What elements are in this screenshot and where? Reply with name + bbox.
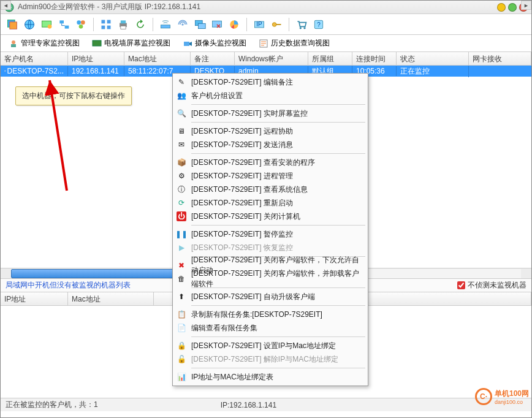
status-ip: IP:192.168.1.141 [221,401,276,409]
cell-status: 正在监控 [397,66,469,77]
tab-label: 历史数据查询视图 [271,38,330,48]
toolbar-router-icon[interactable] [159,18,172,31]
svg-text:IP: IP [256,21,262,28]
menu-process[interactable]: ⚙[DESKTOP-7S29EIT] 进程管理 [174,169,367,183]
tab-camera-view[interactable]: 摄像头监控视图 [177,36,252,51]
svg-text:?: ? [317,21,321,28]
tab-label: 电视墙屏幕监控视图 [104,38,170,48]
maximize-button[interactable] [508,3,517,12]
toolbar-globe-icon[interactable] [23,18,36,31]
users-icon: 👥 [177,91,186,101]
menu-bind-ip[interactable]: 🔒[DESKTOP-7S29EIT] 设置IP与Mac地址绑定 [174,339,367,352]
menu-group-settings[interactable]: 👥客户机分组设置 [174,89,367,102]
menu-sysinfo[interactable]: ⓘ[DESKTOP-7S29EIT] 查看系统信息 [174,183,367,196]
toolbar-screen-icon[interactable] [40,18,53,31]
window-title: Admin900企业网管软件 - 3用户试用版 IP:192.168.1.141 [18,2,497,12]
tab-expert-view[interactable]: 管理专家监控视图 [3,36,85,51]
toolbar-print-icon[interactable] [116,18,130,31]
menu-pause[interactable]: ❚❚[DESKTOP-7S29EIT] 暂停监控 [174,227,367,241]
svg-rect-7 [65,25,69,28]
menu-unbind-ip: 🔓[DESKTOP-7S29EIT] 解除IP与MAC地址绑定 [174,352,367,366]
toolbar-chart-icon[interactable] [227,18,241,31]
play-icon: ▶ [177,243,186,253]
detect-checkbox[interactable]: 不侦测未监视机器 [457,280,526,291]
menu-realtime-screen[interactable]: 🔍[DESKTOP-7S29EIT] 实时屏幕监控 [174,107,367,120]
svg-rect-2 [10,21,17,29]
tab-label: 管理专家监控视图 [21,38,80,48]
toolbar-pc2-icon[interactable] [210,18,224,31]
svg-rect-11 [102,20,105,23]
statusbar: 正在被监控的客户机，共：1 IP:192.168.1.141 [1,398,531,411]
hint-tooltip: 选中机器，可按下鼠标右键操作 [15,86,132,105]
watermark-sub: danji100.co [495,399,529,405]
th-client[interactable]: 客户机名 [1,52,68,65]
svg-rect-12 [107,20,111,23]
menu-remote-assist[interactable]: 🖥[DESKTOP-7S29EIT] 远程协助 [174,124,367,138]
svg-point-5 [48,25,52,29]
tab-history-view[interactable]: 历史数据查询视图 [253,36,335,51]
svg-point-8 [77,20,81,25]
menu-record-task[interactable]: 📋录制新有限任务集:[DESKTOP-7S29EIT] [174,308,367,321]
toolbar-cart-icon[interactable] [295,18,308,31]
toolbar-help-icon[interactable]: ? [312,18,325,31]
toolbar-ip-icon[interactable]: IP [253,18,266,31]
edit-task-icon: 📄 [177,323,186,333]
toolbar-pc1-icon[interactable] [193,18,207,31]
menu-send-msg[interactable]: ✉[DESKTOP-7S29EIT] 发送消息 [174,138,367,151]
expert-icon [9,39,18,48]
menu-bind-table[interactable]: 📊IP地址与MAC地址绑定表 [174,370,367,384]
menu-programs[interactable]: 📦[DESKTOP-7S29EIT] 查看安装的程序 [174,156,367,169]
minimize-button[interactable] [497,3,506,12]
th-winuser[interactable]: Windows帐户 [235,52,308,65]
th-nic[interactable]: 网卡接收 [469,52,531,65]
camera-icon [183,39,192,48]
th-status[interactable]: 状态 [397,52,469,65]
svg-rect-33 [11,44,16,47]
hint-text: 选中机器，可按下鼠标右键操作 [22,91,125,100]
checkbox-input[interactable] [457,281,465,289]
menu-restart[interactable]: ⟳[DESKTOP-7S29EIT] 重新启动 [174,196,367,210]
svg-point-19 [181,23,183,25]
status-count: 正在被监控的客户机，共：1 [6,400,98,410]
th-mac[interactable]: Mac地址 [124,52,191,65]
toolbar-grid-icon[interactable] [99,18,113,31]
menu-edit-note[interactable]: ✎[DESKTOP-7S29EIT] 编辑备注 [174,75,367,89]
th-conn[interactable]: 连接时间 [352,52,397,65]
svg-rect-17 [121,26,126,29]
menu-edit-task[interactable]: 📄编辑查看有限任务集 [174,321,367,335]
toolbar-cascade-icon[interactable] [6,18,19,31]
tab-tv-view[interactable]: 电视墙屏幕监控视图 [86,36,176,51]
svg-rect-35 [184,42,189,46]
view-tabs: 管理专家监控视图 电视墙屏幕监控视图 摄像头监控视图 历史数据查询视图 [1,35,531,52]
watermark-text: 单机100网 [495,389,529,399]
svg-point-28 [300,27,302,29]
monitor-icon [4,67,6,75]
th-group[interactable]: 所属组 [308,52,352,65]
lth-ip[interactable]: IP地址 [1,292,68,305]
titlebar: Admin900企业网管软件 - 3用户试用版 IP:192.168.1.141 [1,1,531,14]
lock-icon: 🔒 [177,341,186,351]
menu-shutdown[interactable]: ⏻[DESKTOP-7S29EIT] 关闭计算机 [174,210,367,223]
menu-close-uninstall[interactable]: 🗑[DESKTOP-7S29EIT] 关闭客户端软件，并卸载客户端软件 [174,272,367,286]
svg-rect-14 [107,25,111,29]
close-x-icon: ✖ [177,260,186,270]
lth-mac[interactable]: Mac地址 [68,292,154,305]
toolbar-broadcast-icon[interactable] [176,18,189,31]
th-note[interactable]: 备注 [191,52,235,65]
restart-icon: ⟳ [177,198,186,208]
svg-rect-27 [276,24,281,25]
toolbar-refresh-icon[interactable] [134,18,147,31]
info-icon: ⓘ [177,184,186,194]
toolbar-users-icon[interactable] [74,18,88,31]
toolbar-network-icon[interactable] [57,18,70,31]
th-ip[interactable]: IP地址 [68,52,124,65]
power-icon: ⏻ [177,211,186,221]
cell-ip: 192.168.1.141 [68,66,124,76]
gear-icon: ⚙ [177,171,186,181]
svg-rect-22 [213,21,222,27]
history-icon [259,39,268,48]
table-icon: 📊 [177,372,186,382]
menu-upgrade[interactable]: ⬆[DESKTOP-7S29EIT] 自动升级客户端 [174,290,367,303]
toolbar-key-icon[interactable] [270,18,283,31]
unlock-icon: 🔓 [177,354,186,364]
